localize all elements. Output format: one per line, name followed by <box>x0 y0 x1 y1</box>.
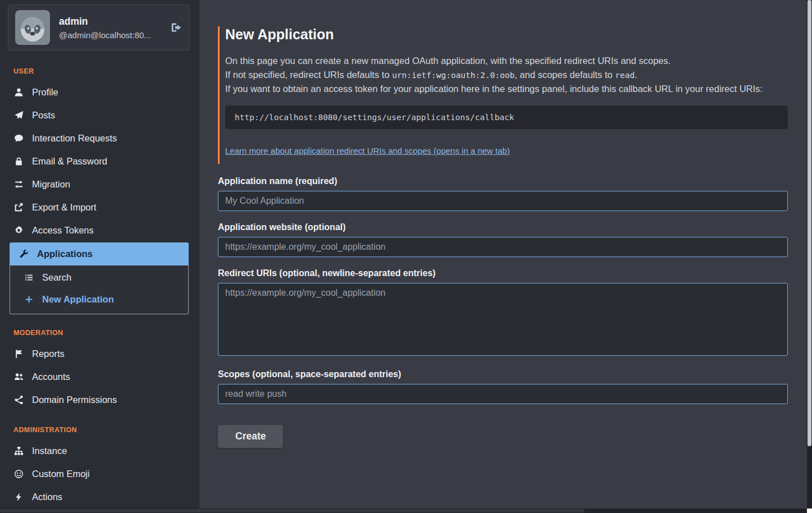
sitemap-icon <box>13 446 24 456</box>
sidebar-item-new-application[interactable]: New Application <box>10 288 188 310</box>
list-icon <box>24 273 34 282</box>
applications-submenu: Search New Application <box>10 265 189 314</box>
sidebar-item-label: Posts <box>32 110 55 121</box>
sidebar-item-label: Email & Password <box>32 156 107 167</box>
application-website-label: Application website (optional) <box>218 222 788 232</box>
page-title: New Application <box>225 26 788 43</box>
intro-line-2: If not specified, redirect URIs defaults… <box>225 68 788 83</box>
sidebar-item-label: Actions <box>32 492 62 502</box>
sidebar-item-label: Search <box>42 272 71 283</box>
exchange-arrows-icon <box>13 180 24 189</box>
redirect-uris-textarea[interactable] <box>218 283 788 356</box>
scopes-input[interactable] <box>218 384 788 404</box>
flag-icon <box>13 349 24 359</box>
horizontal-scrollbar-track[interactable] <box>0 509 812 513</box>
new-application-form: Application name (required) Application … <box>218 176 788 448</box>
inline-code-oob: urn:ietf:wg:oauth:2.0:oob <box>392 71 514 80</box>
share-nodes-icon <box>13 395 24 405</box>
callback-url-code-block: http://localhost:8080/settings/user/appl… <box>225 106 788 129</box>
lock-icon <box>13 157 24 166</box>
sidebar-item-reports[interactable]: Reports <box>0 342 199 365</box>
sidebar-item-accounts[interactable]: Accounts <box>0 365 199 388</box>
sidebar-item-posts[interactable]: Posts <box>0 104 199 127</box>
vertical-scrollbar-thumb[interactable] <box>808 0 811 446</box>
scopes-label: Scopes (optional, space-separated entrie… <box>218 369 788 379</box>
intro-line-3: If you want to obtain an access token fo… <box>225 82 788 96</box>
gear-icon <box>13 226 24 235</box>
intro-text: On this page you can create a new manage… <box>225 54 788 96</box>
user-handle: @admin@localhost:80... <box>59 30 151 40</box>
sidebar-item-label: Migration <box>32 179 70 190</box>
field-application-website: Application website (optional) <box>218 222 788 257</box>
logout-icon[interactable] <box>170 21 183 34</box>
scrollbar-corner <box>807 509 812 513</box>
sidebar-item-actions[interactable]: Actions <box>0 485 199 509</box>
sidebar-item-custom-emoji[interactable]: Custom Emoji <box>0 462 199 485</box>
sidebar-item-label: Export & Import <box>32 202 97 213</box>
sidebar-item-email-password[interactable]: Email & Password <box>0 150 199 173</box>
sidebar-item-instance[interactable]: Instance <box>0 439 199 462</box>
application-name-label: Application name (required) <box>218 176 788 186</box>
user-icon <box>13 88 24 97</box>
sidebar-item-label: Custom Emoji <box>32 469 90 479</box>
create-button[interactable]: Create <box>218 425 283 448</box>
intro-line-1: On this page you can create a new manage… <box>225 54 788 68</box>
application-website-input[interactable] <box>218 237 788 257</box>
field-redirect-uris: Redirect URIs (optional, newline-separat… <box>218 268 788 358</box>
sidebar-item-label: Accounts <box>32 372 70 382</box>
horizontal-scrollbar-thumb[interactable] <box>0 509 585 512</box>
user-name: admin <box>59 16 151 28</box>
smiley-icon <box>13 469 24 479</box>
settings-sidebar: admin @admin@localhost:80... USER Profil… <box>0 0 199 513</box>
user-meta: admin @admin@localhost:80... <box>59 16 151 40</box>
field-application-name: Application name (required) <box>218 176 788 211</box>
learn-more-link[interactable]: Learn more about application redirect UR… <box>225 146 510 155</box>
paper-plane-icon <box>13 111 24 120</box>
sidebar-item-export-import[interactable]: Export & Import <box>0 196 199 219</box>
sidebar-item-label: Instance <box>32 446 67 456</box>
sidebar-item-label: Applications <box>37 249 93 259</box>
section-heading-user: USER <box>0 53 199 81</box>
sidebar-item-label: Profile <box>32 87 58 98</box>
bolt-icon <box>13 492 24 502</box>
user-card: admin @admin@localhost:80... <box>8 4 190 51</box>
application-name-input[interactable] <box>218 191 788 211</box>
sidebar-item-label: Access Tokens <box>32 225 94 236</box>
section-heading-administration: ADMINISTRATION <box>0 411 199 439</box>
sidebar-item-migration[interactable]: Migration <box>0 173 199 196</box>
app-layout: admin @admin@localhost:80... USER Profil… <box>0 0 812 513</box>
sidebar-item-applications-search[interactable]: Search <box>10 267 188 288</box>
plus-icon <box>24 295 34 304</box>
sidebar-item-label: New Application <box>42 294 114 305</box>
sidebar-item-access-tokens[interactable]: Access Tokens <box>0 219 199 242</box>
users-icon <box>13 372 24 382</box>
sidebar-item-label: Reports <box>32 349 65 359</box>
intro-block: New Application On this page you can cre… <box>218 26 788 164</box>
vertical-scrollbar-track[interactable] <box>807 0 812 513</box>
sidebar-item-interaction-requests[interactable]: Interaction Requests <box>0 127 199 150</box>
sidebar-group-applications: Applications Search New Application <box>10 242 189 314</box>
field-scopes: Scopes (optional, space-separated entrie… <box>218 369 788 404</box>
main-content: New Application On this page you can cre… <box>199 0 812 513</box>
comment-icon <box>13 134 24 143</box>
avatar <box>15 10 50 45</box>
sidebar-item-domain-permissions[interactable]: Domain Permissions <box>0 388 199 411</box>
sidebar-item-label: Domain Permissions <box>32 395 117 405</box>
sidebar-item-applications[interactable]: Applications <box>10 242 189 265</box>
sidebar-item-profile[interactable]: Profile <box>0 81 199 104</box>
export-icon <box>13 203 24 212</box>
section-heading-moderation: MODERATION <box>0 314 199 342</box>
inline-code-read: read <box>615 71 635 80</box>
sidebar-item-label: Interaction Requests <box>32 133 117 144</box>
redirect-uris-label: Redirect URIs (optional, newline-separat… <box>218 268 788 278</box>
wrench-icon <box>19 249 29 259</box>
